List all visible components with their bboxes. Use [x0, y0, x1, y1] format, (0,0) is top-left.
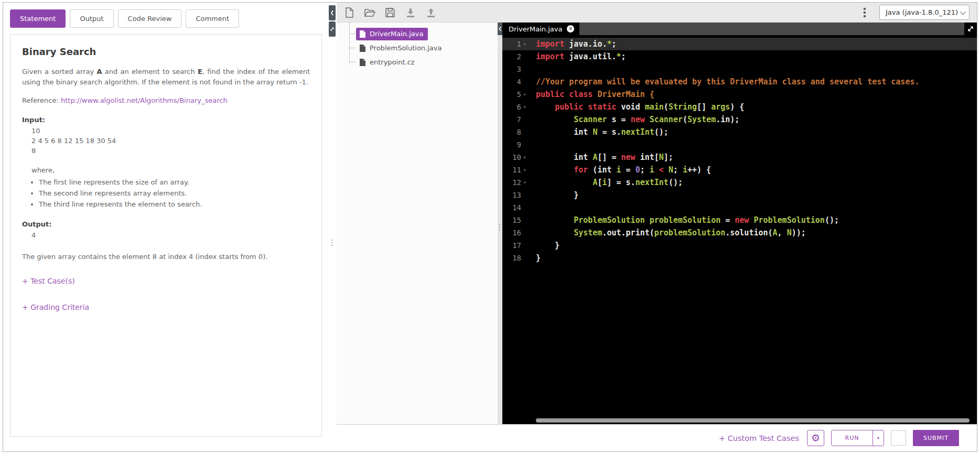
code-line-12[interactable]: 12▾ A[i] = s.nextInt();	[502, 176, 977, 189]
tree-item-problemsolution[interactable]: ProblemSolution.java	[349, 41, 498, 55]
resize-panel-button[interactable]	[329, 21, 336, 37]
collapse-panel-button[interactable]: ❮	[329, 5, 336, 20]
tab-statement[interactable]: Statement	[10, 9, 66, 28]
editor-content-row: DriverMain.java ProblemSolution.java ent…	[337, 23, 977, 424]
code-line-16[interactable]: 16 System.out.print(problemSolution.solu…	[502, 226, 977, 239]
chevron-left-icon: ❮	[498, 27, 502, 31]
input-line: 2 4 5 6 8 12 15 18 30 54	[31, 136, 310, 146]
code-line-18[interactable]: 18}	[502, 252, 977, 264]
code-line-1[interactable]: 1▾import java.io.*;	[502, 38, 977, 50]
code-line-3[interactable]: 3	[502, 63, 977, 75]
where-label: where,	[22, 165, 310, 175]
file-tree: DriverMain.java ProblemSolution.java ent…	[337, 23, 498, 424]
custom-test-cases-link[interactable]: + Custom Test Cases	[719, 434, 799, 442]
overflow-menu-icon[interactable]	[861, 7, 868, 18]
download-button[interactable]	[404, 6, 417, 19]
open-folder-icon	[363, 7, 376, 18]
save-file-button[interactable]	[384, 6, 396, 19]
code-line-7[interactable]: 7 Scanner s = new Scanner(System.in);	[502, 113, 977, 126]
code-line-9[interactable]: 9	[502, 138, 977, 151]
tab-code-review[interactable]: Code Review	[118, 9, 182, 28]
fullscreen-button[interactable]	[964, 23, 977, 35]
file-icon	[359, 58, 366, 67]
input-label: Input:	[22, 116, 310, 124]
code-line-10[interactable]: 10▾ int A[] = new int[N];	[502, 151, 977, 164]
code-line-13[interactable]: 13 }	[502, 189, 977, 201]
download-icon	[405, 7, 416, 18]
upload-button[interactable]	[425, 6, 437, 19]
code-assessment-app: Statement Output Code Review Comment Bin…	[0, 0, 980, 454]
close-tab-icon[interactable]: ✕	[567, 25, 574, 33]
problem-description: Given a sorted array A and an element to…	[22, 67, 310, 87]
output-line: 4	[31, 230, 310, 240]
code-editor: DriverMain.java ✕ 1▾import java.io.*;2im…	[502, 23, 977, 424]
test-cases-expander[interactable]: + Test Case(s)	[22, 277, 310, 285]
statement-content: Binary Search Given a sorted array A and…	[10, 34, 322, 437]
tree-editor-splitter[interactable]: ❮	[498, 23, 502, 424]
reference-label: Reference:	[22, 96, 61, 104]
output-sample: 4	[22, 230, 310, 240]
code-line-4[interactable]: 4//Your program will be evaluated by thi…	[502, 75, 977, 88]
code-area[interactable]: 1▾import java.io.*;2import java.util.*;3…	[502, 35, 977, 424]
open-file-button[interactable]	[363, 6, 376, 19]
run-options-dropdown[interactable]: ▾	[873, 430, 884, 446]
file-toolbar-icons	[343, 6, 437, 19]
code-line-2[interactable]: 2import java.util.*;	[502, 50, 977, 63]
resize-diagonal-icon	[330, 27, 335, 31]
settings-gear-icon: ⚙	[811, 433, 820, 443]
problem-title: Binary Search	[22, 46, 310, 57]
code-line-14[interactable]: 14	[502, 201, 977, 214]
tree-item-label: DriverMain.java	[370, 30, 423, 38]
collapse-tree-button[interactable]: ❮	[498, 23, 502, 35]
run-split-button: RUN ▾	[831, 430, 884, 446]
code-line-17[interactable]: 17 }	[502, 239, 977, 252]
editor-tab-drivermain[interactable]: DriverMain.java ✕	[502, 23, 579, 35]
settings-button[interactable]: ⚙	[807, 430, 824, 446]
tab-comment[interactable]: Comment	[186, 9, 239, 28]
code-line-15[interactable]: 15 ProblemSolution problemSolution = new…	[502, 214, 977, 226]
editor-tab-bar: DriverMain.java ✕	[502, 23, 977, 35]
code-line-8[interactable]: 8 int N = s.nextInt();	[502, 126, 977, 138]
grading-criteria-expander[interactable]: + Grading Criteria	[22, 303, 310, 311]
chevron-left-icon: ❮	[330, 10, 335, 15]
language-select-value: Java (java-1.8.0_121)	[886, 8, 960, 16]
language-select[interactable]: Java (java-1.8.0_121)	[879, 5, 970, 20]
file-toolbar: Java (java-1.8.0_121)	[337, 3, 977, 23]
new-file-icon	[344, 7, 354, 18]
left-splitter[interactable]: ❮	[328, 3, 337, 451]
action-bar: + Custom Test Cases ⚙ RUN ▾ SUBMIT	[337, 424, 977, 451]
tree-item-label: entrypoint.cz	[370, 58, 415, 66]
chevron-down-icon	[960, 8, 966, 14]
input-note: The second line represents array element…	[39, 188, 310, 199]
problem-panel: Statement Output Code Review Comment Bin…	[3, 3, 328, 451]
fullscreen-expand-icon	[967, 25, 974, 33]
run-button[interactable]: RUN	[832, 430, 873, 446]
run-status-checkbox[interactable]	[891, 430, 906, 446]
tab-output[interactable]: Output	[70, 9, 113, 28]
splitter-grip[interactable]	[331, 240, 332, 246]
workspace-region: Java (java-1.8.0_121) DriverMain.java Pr…	[337, 3, 977, 451]
code-line-11[interactable]: 11▾ for (int i = 0; i < N; i++) {	[502, 164, 977, 176]
new-file-button[interactable]	[343, 6, 356, 19]
horizontal-scrollbar[interactable]	[536, 418, 970, 423]
explanation-text: The given array contains the element 8 a…	[22, 252, 310, 262]
input-sample: 10 2 4 5 6 8 12 15 18 30 54 8	[22, 126, 310, 156]
save-icon	[384, 7, 396, 18]
tree-item-drivermain[interactable]: DriverMain.java	[349, 27, 498, 41]
splitter-grip[interactable]	[499, 224, 500, 231]
caret-down-icon: ▾	[877, 436, 879, 440]
problem-tabs: Statement Output Code Review Comment	[10, 9, 322, 28]
app-frame: Statement Output Code Review Comment Bin…	[3, 2, 977, 452]
submit-button[interactable]: SUBMIT	[913, 430, 959, 446]
input-notes: The first line represents the size of an…	[39, 177, 310, 210]
upload-icon	[425, 7, 437, 18]
code-line-5[interactable]: 5▾public class DriverMain {	[502, 88, 977, 101]
tree-item-label: ProblemSolution.java	[370, 44, 441, 52]
code-line-6[interactable]: 6▾ public static void main(String[] args…	[502, 101, 977, 113]
file-icon	[359, 30, 366, 38]
input-line: 10	[31, 126, 310, 136]
file-icon	[359, 44, 366, 52]
tree-item-entrypoint[interactable]: entrypoint.cz	[349, 55, 498, 69]
editor-tab-label: DriverMain.java	[509, 25, 562, 33]
reference-link[interactable]: http://www.algolist.net/Algorithms/Binar…	[61, 96, 228, 104]
